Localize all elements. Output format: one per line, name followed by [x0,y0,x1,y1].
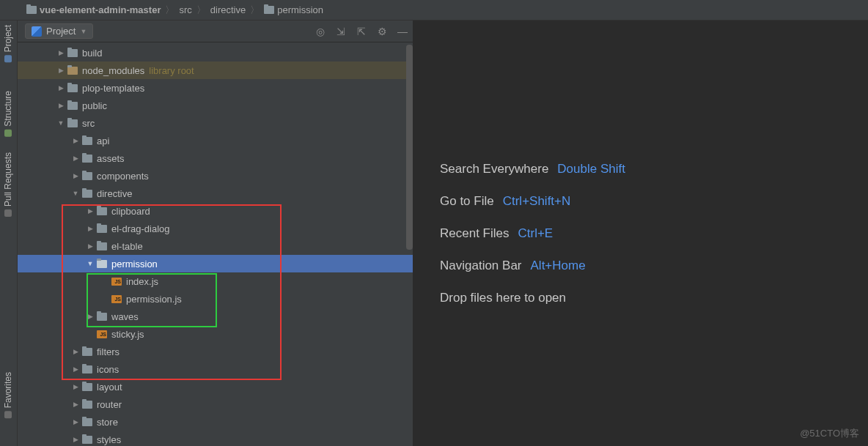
folder-icon [82,155,92,163]
folder-icon [82,172,92,180]
folder-icon [82,401,92,409]
chevron-down-icon: ▼ [57,119,65,127]
tree-node-node-modules[interactable]: ▶node_moduleslibrary root [18,62,413,79]
tree-node-permission[interactable]: ▼permission [18,255,413,272]
node-label: el-drag-dialog [111,223,170,234]
target-icon[interactable]: ◎ [315,26,326,37]
chevron-right-icon: ▶ [87,225,94,232]
folder-icon [67,119,78,127]
chevron-down-icon: ▼ [72,190,79,197]
crumb-permission[interactable]: permission [264,4,323,15]
node-label: store [97,417,118,428]
tree-node-permissionjs[interactable]: JSpermission.js [18,290,413,308]
folder-icon [67,84,78,92]
hint-label: Navigation Bar [440,259,522,273]
tree-node-store[interactable]: ▶store [18,413,413,431]
chevron-right-icon: ▶ [72,383,79,390]
tree-node-public[interactable]: ▶public [18,97,413,114]
node-label: permission.js [126,294,182,305]
node-label: assets [97,153,125,164]
crumb-directive[interactable]: directive [210,4,246,15]
tree-node-directive[interactable]: ▼directive [18,185,413,202]
tree-node-clipboard[interactable]: ▶clipboard [18,202,413,220]
chevron-down-icon: ▼ [80,28,87,35]
hint-drop: Drop files here to open [440,291,868,305]
folder-icon [82,383,92,391]
tree-node-el-table[interactable]: ▶el-table [18,237,413,255]
chevron-right-icon: ▶ [72,155,79,162]
collapse-icon[interactable]: ⇱ [356,26,367,37]
minimize-icon[interactable]: — [397,26,408,37]
folder-icon [97,260,107,268]
node-label: layout [97,382,122,393]
chevron-right-icon: ▶ [72,401,79,408]
gear-icon[interactable]: ⚙ [376,26,388,37]
tree-node-components[interactable]: ▶components [18,167,413,185]
hint-label: Drop files here to open [440,291,566,305]
node-label: node_modules [82,65,144,76]
node-label: router [97,399,122,410]
hint-recent: Recent FilesCtrl+E [440,226,868,241]
hint-search: Search EverywhereDouble Shift [440,162,868,176]
tree-node-waves[interactable]: ▶waves [18,308,413,325]
folder-icon [97,225,107,233]
expand-icon[interactable]: ⇲ [335,26,347,37]
crumb-src[interactable]: src [179,4,191,15]
edge-tab-label: Project [3,25,13,52]
tree-node-plop[interactable]: ▶plop-templates [18,79,413,97]
hint-goto: Go to FileCtrl+Shift+N [440,194,868,209]
scrollbar-thumb[interactable] [406,45,413,250]
project-icon [4,55,12,62]
crumb-root[interactable]: vue-element-admin-master [26,4,161,15]
node-label: src [82,118,95,129]
hint-nav: Navigation BarAlt+Home [440,259,868,273]
tree-node-styles[interactable]: ▶styles [18,431,413,446]
folder-icon [264,6,274,14]
star-icon [4,411,12,418]
edge-tab-structure[interactable]: Structure [3,91,13,137]
project-tree[interactable]: ▶build ▶node_moduleslibrary root ▶plop-t… [18,42,413,446]
tree-node-api[interactable]: ▶api [18,132,413,149]
node-label: build [82,48,102,59]
view-selector[interactable]: Project ▼ [25,23,93,39]
chevron-down-icon: ▼ [87,260,94,267]
chevron-right-icon: ▶ [57,67,65,74]
chevron-right-icon: ▶ [72,172,79,179]
sidebar-tools: ◎ ⇲ ⇱ ⚙ — [315,26,408,37]
tree-node-src[interactable]: ▼src [18,114,413,132]
tree-node-icons[interactable]: ▶icons [18,360,413,378]
tree-node-indexjs[interactable]: JSindex.js [18,272,413,290]
hint-label: Go to File [440,194,494,209]
edge-tab-project[interactable]: Project [3,25,13,62]
tree-node-filters[interactable]: ▶filters [18,343,413,360]
edge-tab-pull-requests[interactable]: Pull Requests [3,152,13,217]
node-hint: library root [149,65,194,76]
folder-icon [82,436,92,444]
folder-icon [67,67,78,75]
folder-icon [26,6,37,14]
tree-node-router[interactable]: ▶router [18,395,413,413]
tree-node-layout[interactable]: ▶layout [18,378,413,395]
crumb-text: permission [277,4,323,15]
hint-label: Search Everywhere [440,162,548,176]
folder-icon [82,137,92,145]
folder-icon [97,313,107,321]
chevron-right-icon: ▶ [87,242,94,250]
node-label: plop-templates [82,83,144,94]
node-label: directive [97,188,132,199]
tree-node-el-drag-dialog[interactable]: ▶el-drag-dialog [18,220,413,237]
project-sidebar: Project ▼ ◎ ⇲ ⇱ ⚙ — ▶build ▶node_modules… [18,21,413,446]
tree-node-assets[interactable]: ▶assets [18,149,413,167]
hint-key: Ctrl+Shift+N [503,194,571,209]
left-gutter: Project Structure Pull Requests Favorite… [0,21,18,446]
chevron-right-icon: 〉 [165,4,174,17]
folder-icon [67,49,78,57]
hint-key: Alt+Home [531,259,586,273]
chevron-right-icon: ▶ [72,365,79,373]
js-icon: JS [111,295,122,303]
tree-node-stickyjs[interactable]: JSsticky.js [18,325,413,343]
node-label: el-table [111,241,143,252]
edge-tab-favorites[interactable]: Favorites [3,372,13,418]
chevron-right-icon: ▶ [57,102,65,109]
tree-node-build[interactable]: ▶build [18,44,413,62]
